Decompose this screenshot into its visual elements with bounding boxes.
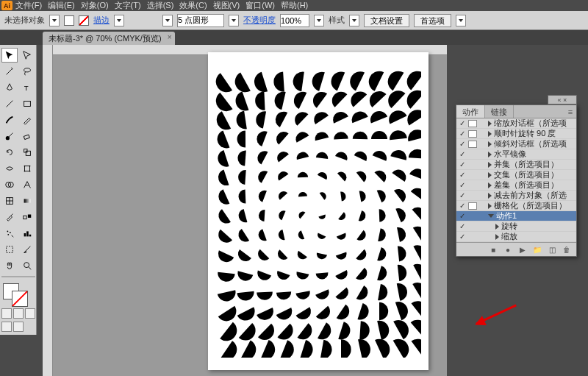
hand-tool[interactable] xyxy=(1,258,18,273)
check-icon[interactable]: ✓ xyxy=(458,140,467,148)
dialog-toggle[interactable] xyxy=(468,120,477,127)
brush-dd[interactable] xyxy=(162,15,173,26)
slice-tool[interactable] xyxy=(19,242,35,257)
lasso-tool[interactable] xyxy=(19,64,35,79)
expand-icon[interactable] xyxy=(495,224,499,230)
check-icon[interactable]: ✓ xyxy=(458,222,467,230)
expand-icon[interactable] xyxy=(488,131,492,137)
paintbrush-tool[interactable] xyxy=(1,113,18,127)
action-row[interactable]: ✓顺时针旋转 90 度 xyxy=(456,129,576,139)
color-well[interactable] xyxy=(1,283,35,305)
pencil-tool[interactable] xyxy=(19,113,35,127)
stroke-color[interactable] xyxy=(12,291,28,307)
color-mode-solid[interactable] xyxy=(1,308,12,319)
type-tool[interactable]: T xyxy=(19,80,35,95)
zoom-tool[interactable] xyxy=(19,258,35,273)
action-row[interactable]: ✓减去前方对象（所选 xyxy=(456,191,576,201)
check-icon[interactable]: ✓ xyxy=(458,233,467,241)
new-set-button[interactable]: 📁 xyxy=(532,245,542,254)
selection-tool[interactable] xyxy=(1,48,18,63)
direct-selection-tool[interactable] xyxy=(19,48,35,63)
action-row[interactable]: ✓动作1 xyxy=(456,211,576,221)
action-row[interactable]: ✓水平镜像 xyxy=(456,149,576,160)
expand-icon[interactable] xyxy=(488,141,492,147)
color-mode-gradient[interactable] xyxy=(13,308,24,319)
menu-help[interactable]: 帮助(H) xyxy=(281,0,308,11)
delete-button[interactable]: 🗑 xyxy=(562,245,572,254)
document-tab[interactable]: 未标题-3* @ 70% (CMYK/预览) × xyxy=(43,32,175,45)
check-icon[interactable]: ✓ xyxy=(458,212,467,220)
expand-icon[interactable] xyxy=(488,214,494,218)
rectangle-tool[interactable] xyxy=(19,96,35,111)
play-button[interactable]: ▶ xyxy=(517,245,528,254)
opacity-input[interactable] xyxy=(280,14,309,27)
check-icon[interactable]: ✓ xyxy=(458,171,467,179)
dialog-toggle[interactable] xyxy=(468,130,477,138)
artboard-tool[interactable] xyxy=(1,242,18,257)
opacity-link[interactable]: 不透明度 xyxy=(243,15,276,26)
expand-icon[interactable] xyxy=(488,152,492,157)
dialog-toggle[interactable] xyxy=(468,202,477,210)
color-mode-none[interactable] xyxy=(25,308,35,319)
check-icon[interactable]: ✓ xyxy=(458,191,467,199)
expand-icon[interactable] xyxy=(488,203,492,209)
tab-links[interactable]: 链接 xyxy=(485,105,514,118)
close-icon[interactable]: × xyxy=(168,33,172,41)
check-icon[interactable]: ✓ xyxy=(458,130,467,138)
shape-builder-tool[interactable] xyxy=(1,177,18,192)
magic-wand-tool[interactable] xyxy=(1,64,18,79)
screen-mode-full[interactable] xyxy=(13,322,24,332)
rotate-tool[interactable] xyxy=(1,145,18,160)
action-row[interactable]: ✓栅格化（所选项目） xyxy=(456,201,576,211)
expand-icon[interactable] xyxy=(495,234,499,240)
expand-icon[interactable] xyxy=(488,121,492,127)
action-row[interactable]: ✓并集（所选项目） xyxy=(456,160,576,170)
menu-window[interactable]: 窗口(W) xyxy=(245,0,275,11)
scale-tool[interactable] xyxy=(19,145,35,160)
line-tool[interactable] xyxy=(1,96,18,111)
check-icon[interactable]: ✓ xyxy=(458,181,467,189)
check-icon[interactable]: ✓ xyxy=(458,150,467,158)
align-dd[interactable] xyxy=(456,15,466,26)
fill-swatch[interactable] xyxy=(64,15,74,26)
check-icon[interactable]: ✓ xyxy=(458,202,467,210)
menu-object[interactable]: 对象(O) xyxy=(81,0,109,11)
new-action-button[interactable]: ◫ xyxy=(547,245,557,254)
symbol-sprayer-tool[interactable] xyxy=(1,226,18,241)
fill-dropdown[interactable] xyxy=(49,15,60,26)
document-setup-button[interactable]: 文档设置 xyxy=(364,14,409,27)
panel-menu-icon[interactable]: ≡ xyxy=(564,105,576,118)
gradient-tool[interactable] xyxy=(19,194,35,208)
action-row[interactable]: ✓交集（所选项目） xyxy=(456,170,576,180)
dialog-toggle[interactable] xyxy=(468,141,477,148)
check-icon[interactable]: ✓ xyxy=(458,160,467,169)
action-row[interactable]: ✓缩放对话框（所选项 xyxy=(456,118,576,129)
stroke-weight-dd[interactable] xyxy=(114,15,124,26)
panel-collapse-bar[interactable]: « × xyxy=(548,95,577,104)
action-row[interactable]: ✓倾斜对话框（所选项 xyxy=(456,139,576,149)
eyedropper-tool[interactable] xyxy=(1,210,18,224)
menu-edit[interactable]: 编辑(E) xyxy=(48,0,75,11)
stop-button[interactable]: ■ xyxy=(488,245,498,254)
perspective-tool[interactable] xyxy=(19,177,35,192)
action-row[interactable]: ✓差集（所选项目） xyxy=(456,180,576,191)
free-transform-tool[interactable] xyxy=(19,161,35,176)
expand-icon[interactable] xyxy=(488,193,492,199)
blend-tool[interactable] xyxy=(19,210,35,224)
mesh-tool[interactable] xyxy=(1,194,18,208)
menu-select[interactable]: 选择(S) xyxy=(147,0,174,11)
ruler-vertical[interactable] xyxy=(43,45,53,376)
brush-preset-input[interactable] xyxy=(177,14,224,27)
record-button[interactable]: ● xyxy=(503,245,513,254)
expand-icon[interactable] xyxy=(488,162,492,168)
screen-mode-normal[interactable] xyxy=(1,322,12,332)
style-dd[interactable] xyxy=(349,15,359,26)
menu-view[interactable]: 视图(V) xyxy=(213,0,240,11)
menu-type[interactable]: 文字(T) xyxy=(115,0,141,11)
artboard[interactable]: (function(){ var ns="http://www.w3.org/2… xyxy=(208,52,429,370)
menu-effect[interactable]: 效果(C) xyxy=(179,0,207,11)
action-row[interactable]: ✓缩放 xyxy=(456,232,576,242)
expand-icon[interactable] xyxy=(488,172,492,178)
tab-actions[interactable]: 动作 xyxy=(456,105,485,118)
brush-preset-dd[interactable] xyxy=(229,15,239,26)
